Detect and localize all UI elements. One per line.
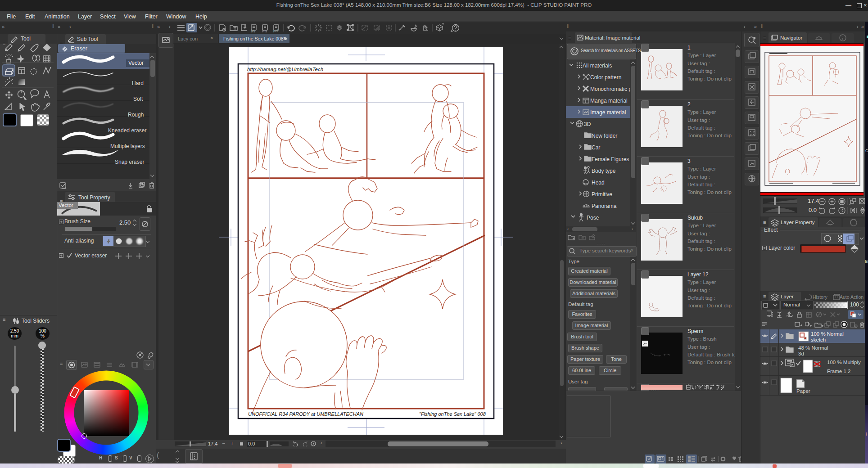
- svg-text:jpg: jpg: [251, 29, 255, 32]
- svg-text:"Fishing onThe Sex Lake" 008: "Fishing onThe Sex Lake" 008: [419, 411, 486, 417]
- svg-text:http://baraag.net/@UmbrellaTec: http://baraag.net/@UmbrellaTech: [247, 67, 323, 72]
- svg-text:psd: psd: [273, 29, 278, 32]
- svg-text:UNOFFICIAL R34 PARODY at UMBRE: UNOFFICIAL R34 PARODY at UMBRELLATECHAN: [248, 411, 363, 417]
- svg-text:png: png: [262, 29, 267, 32]
